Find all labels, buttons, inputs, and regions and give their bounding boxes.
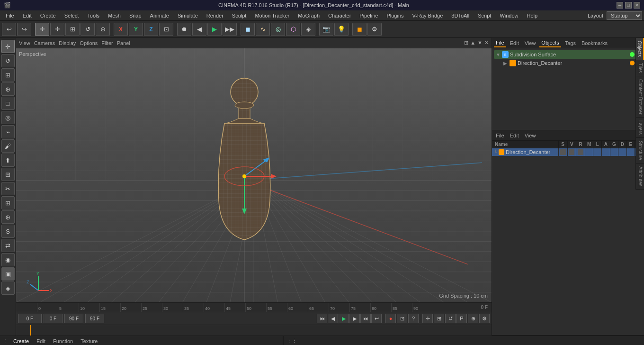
vtab-structure[interactable]: Structure: [636, 138, 644, 163]
loop-cut-button[interactable]: ⊟: [1, 168, 15, 181]
menu-vray[interactable]: V-Ray Bridge: [409, 12, 447, 19]
scene-cell-e[interactable]: [626, 148, 635, 156]
key-scale-button[interactable]: ⊞: [434, 314, 444, 323]
tab-file-objects[interactable]: File: [494, 39, 506, 47]
viewport-maximize-icon[interactable]: ▲: [470, 40, 475, 46]
extrude-button[interactable]: ⬆: [1, 154, 15, 167]
tab-function-mat[interactable]: Function: [51, 337, 75, 345]
tab-file-scene[interactable]: File: [494, 132, 506, 139]
scene-object-button[interactable]: ◼: [352, 23, 367, 36]
menu-edit[interactable]: Edit: [19, 12, 36, 19]
select-rect-button[interactable]: □: [1, 97, 15, 110]
menu-3dtoall[interactable]: 3DToAll: [447, 12, 473, 19]
menu-tools[interactable]: Tools: [83, 12, 103, 19]
vis-icon[interactable]: [569, 149, 574, 155]
coord-button[interactable]: ⊡: [159, 23, 173, 36]
menu-render[interactable]: Render: [203, 12, 227, 19]
scene-cell-l[interactable]: [593, 148, 602, 156]
current-frame-input[interactable]: [18, 314, 42, 323]
record-button[interactable]: ●: [385, 314, 396, 323]
key-all-button[interactable]: ⊕: [468, 314, 478, 323]
cube-button[interactable]: ◼: [241, 23, 255, 36]
tab-texture-mat[interactable]: Texture: [79, 337, 99, 345]
record-help-button[interactable]: ?: [408, 314, 419, 323]
scene-cell-a[interactable]: [601, 148, 610, 156]
menu-mograph[interactable]: MoGraph: [294, 12, 323, 19]
vtab-objects[interactable]: Objects: [636, 38, 644, 60]
move-tool-button[interactable]: ✛: [1, 40, 15, 53]
light-button[interactable]: 💡: [334, 23, 349, 36]
select-button[interactable]: ✛: [35, 23, 49, 36]
vtab-tiles[interactable]: Tiles: [636, 60, 644, 76]
scene-cell-r[interactable]: [576, 148, 585, 156]
tab-view-objects[interactable]: View: [523, 39, 538, 47]
weld-button[interactable]: ⊕: [1, 210, 15, 224]
menu-snap[interactable]: Snap: [125, 12, 145, 19]
play-forward-button[interactable]: ▶▶: [223, 23, 237, 36]
tab-tags[interactable]: Tags: [563, 39, 578, 47]
menu-select[interactable]: Select: [61, 12, 83, 19]
obj-row-subdivision[interactable]: ▼ S Subdivision Surface: [494, 50, 642, 59]
scene-cell-s[interactable]: [558, 148, 567, 156]
menu-window[interactable]: Window: [496, 12, 522, 19]
eye-icon[interactable]: [560, 149, 566, 155]
window-controls[interactable]: ─ □ ✕: [617, 2, 640, 9]
scene-row-decanter[interactable]: └ Direction_Decanter: [492, 148, 644, 156]
vtab-layers[interactable]: Layers: [636, 118, 644, 138]
prev-frame-button[interactable]: ◀: [328, 314, 338, 323]
tab-view-scene[interactable]: View: [523, 132, 538, 139]
nurbs-button[interactable]: ◎: [271, 23, 285, 36]
key-rotate-button[interactable]: ↺: [445, 314, 456, 323]
undo-button[interactable]: ↩: [2, 23, 16, 36]
viewport[interactable]: Perspective: [16, 48, 492, 302]
select-circle-button[interactable]: ◎: [1, 111, 15, 124]
vtab-attributes[interactable]: Attributes: [636, 163, 644, 190]
effector-button[interactable]: ◈: [301, 23, 315, 36]
render-icon[interactable]: [578, 149, 583, 155]
select-free-button[interactable]: ⌁: [1, 125, 15, 138]
scene-cell-d[interactable]: [618, 148, 627, 156]
layer-button[interactable]: ◈: [1, 281, 15, 295]
menu-mesh[interactable]: Mesh: [104, 12, 125, 19]
minimize-button[interactable]: ─: [617, 2, 623, 9]
viewport-resize-controls[interactable]: ⊞ ▲ ▼ ✕: [464, 40, 489, 46]
tab-edit-objects[interactable]: Edit: [508, 39, 521, 47]
layout-select[interactable]: Startup Standard: [607, 11, 642, 20]
viewport-filter-tab[interactable]: Filter: [101, 40, 113, 46]
loop-button[interactable]: ↩: [371, 314, 382, 323]
viewport-fullscreen-icon[interactable]: ✕: [484, 40, 489, 46]
menu-animate[interactable]: Animate: [146, 12, 173, 19]
menu-pipeline[interactable]: Pipeline: [356, 12, 382, 19]
render-settings-button[interactable]: ⚙: [367, 23, 382, 36]
move-button[interactable]: ✛: [50, 23, 64, 36]
scene-cell-g[interactable]: [610, 148, 618, 156]
viewport-display-tab[interactable]: Display: [59, 40, 76, 46]
redo-button[interactable]: ↪: [17, 23, 31, 36]
transform-tool-button[interactable]: ⊕: [1, 82, 15, 96]
tab-objects[interactable]: Objects: [539, 39, 561, 47]
viewport-resize-icon[interactable]: ⊞: [464, 40, 468, 46]
scale-tool-button[interactable]: ⊞: [1, 68, 15, 82]
axis-x-button[interactable]: X: [114, 23, 128, 36]
scale-button[interactable]: ⊞: [65, 23, 80, 36]
record-pos-button[interactable]: ⊡: [397, 314, 407, 323]
end-frame-input[interactable]: [64, 314, 83, 323]
camera-button[interactable]: 📷: [319, 23, 333, 36]
menu-motion-tracker[interactable]: Motion Tracker: [251, 12, 293, 19]
play-button[interactable]: ▶: [207, 23, 222, 36]
timeline-track[interactable]: [16, 325, 492, 336]
menu-create[interactable]: Create: [36, 12, 60, 19]
key-move-button[interactable]: ✛: [422, 314, 433, 323]
menu-file[interactable]: File: [2, 12, 18, 19]
menu-simulate[interactable]: Simulate: [174, 12, 202, 19]
solo-button[interactable]: ◉: [1, 253, 15, 266]
maximize-button[interactable]: □: [625, 2, 632, 9]
deformer-button[interactable]: ⬡: [286, 23, 300, 36]
vtab-content-browser[interactable]: Content Browser: [636, 76, 644, 118]
timeline-playhead[interactable]: [30, 325, 31, 336]
paint-button[interactable]: 🖌: [1, 139, 15, 153]
menu-help[interactable]: Help: [523, 12, 542, 19]
spline-button[interactable]: ∿: [256, 23, 270, 36]
viewport-panel-tab[interactable]: Panel: [117, 40, 130, 46]
tab-bookmarks[interactable]: Bookmarks: [580, 39, 609, 47]
